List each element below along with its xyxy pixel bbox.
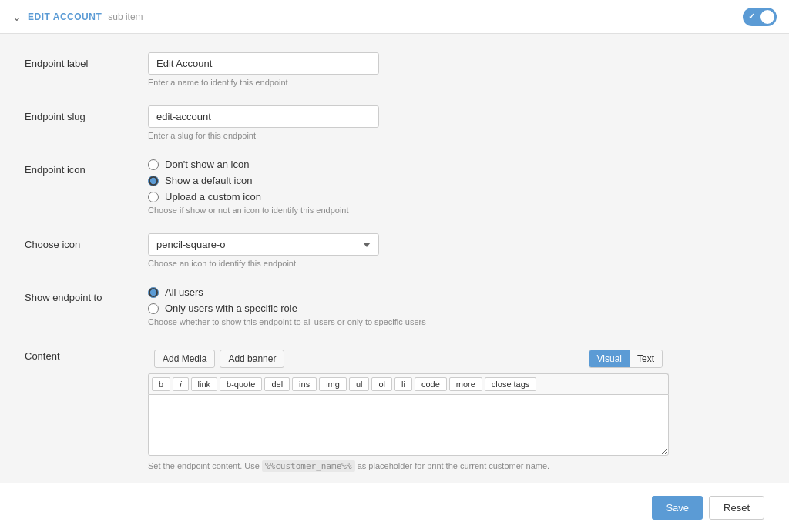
- editor-btn-ol[interactable]: ol: [371, 377, 392, 391]
- content-label: Content: [25, 345, 148, 362]
- breadcrumb: ⌄ EDIT ACCOUNT sub item: [12, 11, 143, 23]
- back-arrow-icon[interactable]: ⌄: [12, 11, 22, 23]
- show-specific-role-option[interactable]: Only users with a specific role: [148, 303, 669, 314]
- add-banner-button[interactable]: Add banner: [220, 350, 284, 368]
- content-placeholder-code: %%customer_name%%: [262, 460, 355, 472]
- editor-btn-i[interactable]: i: [173, 377, 188, 391]
- endpoint-label-row: Endpoint label Enter a name to identify …: [25, 52, 669, 87]
- content-row: Content Add Media Add banner Visual Text…: [25, 345, 669, 471]
- icon-option-default[interactable]: Show a default icon: [148, 175, 669, 186]
- endpoint-label-input[interactable]: [148, 52, 379, 75]
- endpoint-icon-label: Endpoint icon: [25, 159, 148, 176]
- content-field: Add Media Add banner Visual Text b i lin…: [148, 345, 669, 471]
- editor-btn-bquote[interactable]: b-quote: [220, 377, 262, 391]
- choose-icon-field: pencil-square-o user cog home star Choos…: [148, 233, 669, 268]
- editor-btn-link[interactable]: link: [191, 377, 218, 391]
- editor-btn-b[interactable]: b: [152, 377, 170, 391]
- content-hint-suffix: as placeholder for print the current cus…: [358, 461, 549, 470]
- icon-option-none-label: Don't show an icon: [165, 159, 249, 170]
- footer-buttons: Save Reset: [0, 483, 789, 532]
- content-editor[interactable]: [148, 394, 669, 456]
- endpoint-slug-field: Enter a slug for this endpoint: [148, 105, 669, 140]
- endpoint-slug-hint: Enter a slug for this endpoint: [148, 131, 669, 140]
- endpoint-label-hint: Enter a name to identify this endpoint: [148, 78, 669, 87]
- editor-btn-li[interactable]: li: [394, 377, 412, 391]
- endpoint-label-label: Endpoint label: [25, 52, 148, 69]
- editor-btn-del[interactable]: del: [264, 377, 290, 391]
- show-endpoint-to-field: All users Only users with a specific rol…: [148, 286, 669, 326]
- breadcrumb-sub-label: sub item: [108, 12, 143, 22]
- editor-btn-img[interactable]: img: [319, 377, 347, 391]
- endpoint-label-field: Enter a name to identify this endpoint: [148, 52, 669, 87]
- icon-option-default-label: Show a default icon: [165, 175, 252, 186]
- editor-toolbar: b i link b-quote del ins img ul ol li co…: [148, 373, 669, 394]
- toggle-check-icon: ✓: [748, 12, 755, 22]
- add-media-button[interactable]: Add Media: [154, 350, 215, 368]
- editor-btn-close-tags[interactable]: close tags: [485, 377, 537, 391]
- icon-option-custom[interactable]: Upload a custom icon: [148, 191, 669, 202]
- show-endpoint-to-hint: Choose whether to show this endpoint to …: [148, 317, 669, 326]
- icon-option-custom-label: Upload a custom icon: [165, 191, 261, 202]
- icon-option-none[interactable]: Don't show an icon: [148, 159, 669, 170]
- breadcrumb-account-link[interactable]: EDIT ACCOUNT: [28, 12, 102, 22]
- editor-btn-ins[interactable]: ins: [292, 377, 317, 391]
- endpoint-icon-radio-group: Don't show an icon Show a default icon U…: [148, 159, 669, 202]
- choose-icon-select[interactable]: pencil-square-o user cog home star: [148, 233, 379, 256]
- choose-icon-hint: Choose an icon to identify this endpoint: [148, 259, 669, 268]
- choose-icon-row: Choose icon pencil-square-o user cog hom…: [25, 233, 669, 268]
- text-mode-button[interactable]: Text: [630, 350, 662, 367]
- endpoint-icon-hint: Choose if show or not an icon to identif…: [148, 206, 669, 215]
- top-bar: ⌄ EDIT ACCOUNT sub item ✓: [0, 0, 789, 34]
- endpoint-toggle[interactable]: ✓: [743, 8, 777, 26]
- choose-icon-label: Choose icon: [25, 233, 148, 250]
- show-endpoint-to-radio-group: All users Only users with a specific rol…: [148, 286, 669, 314]
- reset-button[interactable]: Reset: [709, 496, 764, 520]
- editor-btn-ul[interactable]: ul: [349, 377, 370, 391]
- endpoint-slug-row: Endpoint slug Enter a slug for this endp…: [25, 105, 669, 140]
- content-hint-prefix: Set the endpoint content. Use: [148, 461, 260, 470]
- save-button[interactable]: Save: [652, 496, 703, 520]
- editor-btn-code[interactable]: code: [415, 377, 447, 391]
- show-specific-role-label: Only users with a specific role: [165, 303, 297, 314]
- endpoint-icon-row: Endpoint icon Don't show an icon Show a …: [25, 159, 669, 215]
- content-top-toolbar: Add Media Add banner Visual Text: [148, 345, 669, 373]
- show-endpoint-to-label: Show endpoint to: [25, 286, 148, 303]
- content-hint: Set the endpoint content. Use %%customer…: [148, 461, 669, 471]
- endpoint-slug-label: Endpoint slug: [25, 105, 148, 122]
- visual-text-toggle: Visual Text: [589, 350, 663, 368]
- endpoint-slug-input[interactable]: [148, 105, 379, 128]
- editor-btn-more[interactable]: more: [449, 377, 482, 391]
- visual-mode-button[interactable]: Visual: [589, 350, 630, 367]
- main-content: Endpoint label Enter a name to identify …: [0, 34, 693, 532]
- show-all-users-label: All users: [165, 286, 203, 298]
- endpoint-icon-field: Don't show an icon Show a default icon U…: [148, 159, 669, 215]
- show-endpoint-to-row: Show endpoint to All users Only users wi…: [25, 286, 669, 326]
- show-all-users-option[interactable]: All users: [148, 286, 669, 298]
